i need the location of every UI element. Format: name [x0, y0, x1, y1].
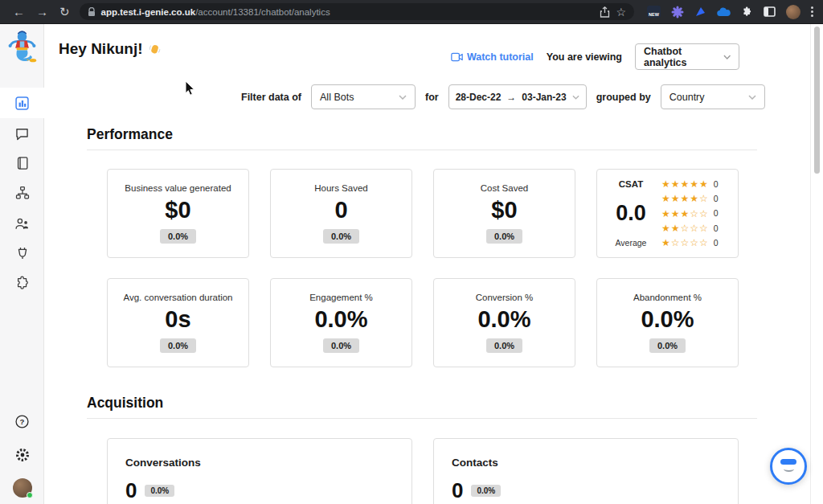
scrollbar-thumb[interactable] [814, 27, 820, 174]
users-icon [14, 215, 31, 232]
url-domain: app.test.i-genie.co.uk [101, 7, 196, 17]
star-row-1: ★☆☆☆☆0 [661, 238, 731, 248]
stat-card-hours-saved: Hours Saved 0 0.0% [270, 169, 412, 258]
chevron-down-icon [399, 95, 407, 100]
performance-cards-row-1: Business value generated $0 0.0% Hours S… [107, 169, 739, 258]
browser-toolbar: ← → ↻ app.test.i-genie.co.uk/account/133… [0, 0, 823, 24]
stat-card-avg-duration: Avg. conversation duration 0s 0.0% [107, 278, 249, 367]
back-icon[interactable]: ← [13, 6, 25, 18]
chevron-down-icon [723, 55, 731, 59]
share-icon[interactable] [600, 6, 610, 18]
extension-flower-icon[interactable] [671, 6, 684, 18]
sidebar-item-integrations[interactable] [0, 238, 44, 268]
filter-bar: Filter data of All Bots for 28-Dec-22 → … [241, 84, 765, 109]
extensions-puzzle-icon[interactable] [741, 6, 753, 18]
sidebar-item-help[interactable]: ? [0, 406, 44, 436]
view-select[interactable]: Chatbot analytics [635, 43, 739, 70]
arrow-right-icon: → [506, 92, 516, 103]
scrollbar-track[interactable] [810, 24, 823, 504]
puzzle-icon [14, 275, 31, 291]
stat-card-cost-saved: Cost Saved $0 0.0% [433, 169, 575, 258]
sidebar-item-settings[interactable] [0, 440, 44, 470]
extension-cloud-icon[interactable] [717, 6, 731, 17]
chat-widget-face-icon [780, 459, 796, 465]
gear-icon [14, 446, 31, 464]
acq-change-badge: 0.0% [145, 485, 174, 497]
sidebar-item-contacts[interactable] [0, 208, 44, 239]
sidebar-item-conversations[interactable] [0, 118, 44, 149]
page-title: Hey Nikunj! [59, 40, 161, 58]
stat-card-csat: CSAT 0.0 Average ★★★★★0 ★★★★☆0 ★★★☆☆0 ★★… [596, 169, 739, 258]
section-divider [87, 150, 757, 150]
stat-change-badge: 0.0% [323, 229, 359, 244]
chevron-down-icon [748, 95, 756, 100]
acq-change-badge: 0.0% [471, 485, 501, 497]
header-right: Watch tutorial You are viewing Chatbot a… [451, 43, 739, 70]
star-row-3: ★★★☆☆0 [661, 209, 731, 219]
group-select-value: Country [669, 92, 705, 103]
side-panel-icon[interactable] [764, 6, 776, 17]
sidebar-item-knowledge-base[interactable] [0, 148, 44, 178]
date-to: 03-Jan-23 [522, 92, 566, 103]
book-icon [14, 155, 31, 171]
url-text: app.test.i-genie.co.uk/account/13381/cha… [101, 7, 330, 17]
watch-tutorial-link[interactable]: Watch tutorial [451, 51, 534, 63]
acq-label: Contacts [452, 457, 738, 469]
stat-value: 0 [334, 197, 347, 223]
sitemap-icon [14, 185, 31, 201]
bookmark-star-icon[interactable]: ☆ [616, 6, 626, 18]
date-from: 28-Dec-22 [456, 92, 502, 103]
browser-menu-icon[interactable] [811, 6, 813, 17]
stat-label: Conversion % [476, 293, 534, 302]
acquisition-cards-row: Conversations 0 0.0% Contacts 0 0.0% [107, 438, 739, 504]
csat-label: CSAT [619, 179, 643, 189]
sidebar-user-avatar[interactable] [0, 473, 44, 503]
extension-arrow-icon[interactable] [694, 6, 706, 18]
stat-card-conversion: Conversion % 0.0% 0.0% [433, 278, 575, 367]
csat-average-label: Average [616, 238, 647, 248]
extension-new-icon[interactable]: NEW [647, 6, 661, 18]
app-window: ? Hey Nikunj! Watch tutorial You are vie… [0, 24, 823, 504]
browser-nav-buttons: ← → ↻ [6, 6, 75, 18]
group-select[interactable]: Country [661, 84, 765, 109]
filter-data-label: Filter data of [241, 92, 301, 103]
address-bar[interactable]: app.test.i-genie.co.uk/account/13381/cha… [80, 3, 634, 20]
acquisition-section-title: Acquisition [87, 395, 163, 412]
date-range-picker[interactable]: 28-Dec-22 → 03-Jan-23 [448, 84, 587, 109]
url-path: /account/13381/chatbot/analytics [195, 7, 330, 17]
browser-profile-avatar[interactable] [786, 5, 800, 19]
csat-summary: CSAT 0.0 Average [607, 179, 655, 248]
stat-value: 0.0% [477, 306, 530, 333]
stat-change-badge: 0.0% [486, 229, 522, 244]
chat-widget-button[interactable] [770, 448, 807, 485]
acq-card-contacts: Contacts 0 0.0% [433, 438, 739, 504]
bot-select-value: All Bots [320, 92, 354, 103]
acq-card-conversations: Conversations 0 0.0% [107, 438, 412, 504]
stat-label: Business value generated [125, 183, 231, 193]
star-row-2: ★★☆☆☆0 [661, 223, 731, 233]
stat-change-badge: 0.0% [323, 338, 359, 353]
reload-icon[interactable]: ↻ [59, 6, 70, 18]
stat-value: 0.0% [641, 306, 694, 333]
sidebar-item-addons[interactable] [0, 268, 44, 298]
mouse-cursor [185, 80, 196, 96]
view-select-value: Chatbot analytics [644, 46, 723, 68]
for-label: for [425, 92, 439, 103]
stat-label: Hours Saved [314, 183, 367, 193]
stat-change-badge: 0.0% [486, 338, 522, 353]
main-content: Hey Nikunj! Watch tutorial You are viewi… [44, 24, 823, 504]
sidebar-item-analytics[interactable] [0, 88, 44, 118]
acq-label: Conversations [125, 457, 412, 469]
bot-select[interactable]: All Bots [311, 84, 416, 109]
genie-logo[interactable] [6, 27, 39, 64]
forward-icon[interactable]: → [36, 6, 48, 18]
grouped-by-label: grouped by [596, 92, 651, 103]
stat-card-business-value: Business value generated $0 0.0% [107, 169, 249, 258]
greeting-text: Hey Nikunj! [59, 40, 143, 58]
sidebar-item-bot-flows[interactable] [0, 178, 44, 208]
stat-change-badge: 0.0% [160, 338, 196, 353]
stat-value: 0.0% [314, 306, 367, 333]
csat-value: 0.0 [616, 201, 646, 226]
star-row-5: ★★★★★0 [661, 179, 731, 189]
online-status-dot [27, 492, 33, 498]
